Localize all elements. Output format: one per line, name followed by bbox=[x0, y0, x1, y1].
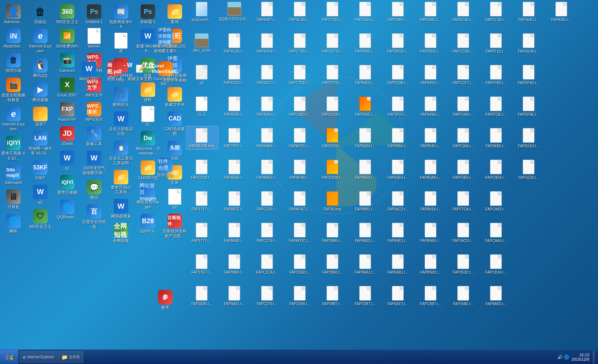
icon-fapa321[interactable]: FAPA321.t... bbox=[251, 63, 283, 86]
icon-cankao[interactable]: 参 参考 bbox=[153, 289, 178, 311]
icon-fapc7ee[interactable]: FAPC7EE.t... bbox=[283, 63, 316, 86]
icon-fapd08c[interactable]: FAPD08C.t... bbox=[414, 0, 447, 23]
icon-fap888d[interactable]: FAP888D.t... bbox=[480, 126, 512, 149]
icon-fap2e86[interactable]: FAP2E86.t... bbox=[185, 284, 218, 307]
icon-fapc119[interactable]: FAPC119.t... bbox=[251, 189, 283, 212]
icon-fapb3a8[interactable]: FAPB3A8.t... bbox=[414, 158, 447, 181]
icon-q2-word[interactable]: W q2 bbox=[28, 183, 53, 206]
icon-fapcc26[interactable]: FAPCC26.t... bbox=[480, 0, 512, 23]
icon-fap2806[interactable]: FAP2806.t... bbox=[316, 221, 349, 244]
icon-fap353d[interactable]: FAP353D.t... bbox=[447, 253, 480, 275]
icon-anli[interactable]: 📁 案例 bbox=[162, 3, 187, 26]
icon-img4204[interactable]: IMG_4204 bbox=[185, 32, 218, 54]
icon-fapc5e4[interactable]: FAPC5E4.t... bbox=[349, 0, 381, 23]
icon-wenxin[interactable]: wenxin bbox=[81, 27, 107, 50]
icon-fap83d5[interactable]: FAP83D5.t... bbox=[414, 32, 447, 54]
icon-qqbrowser[interactable]: 🌐 QQBrows... bbox=[54, 198, 80, 221]
icon-fap878d[interactable]: FAP878D.t... bbox=[480, 63, 512, 86]
icon-fap70fc[interactable]: FAP70FC.t... bbox=[218, 126, 251, 149]
icon-fapaf08[interactable]: FAPAF08.t... bbox=[283, 158, 316, 181]
icon-inode[interactable]: iN iNodeSet... bbox=[1, 27, 26, 50]
icon-fap8496[interactable]: FAP8496.t... bbox=[414, 95, 447, 118]
icon-fapcd29[interactable]: FAPCD29.t... bbox=[185, 158, 218, 181]
icon-iqiyi-video[interactable]: iQIYI 爱奇艺视频 bbox=[54, 173, 80, 196]
icon-fapa3a1[interactable]: FAPA3A1.t... bbox=[251, 95, 283, 118]
icon-fapd339[interactable]: FAPD339.t... bbox=[316, 126, 349, 149]
icon-fap6487[interactable]: FAP6487.t... bbox=[251, 0, 283, 23]
icon-123[interactable]: 12.3 bbox=[185, 95, 218, 118]
icon-fap36tmp[interactable]: FAP36.tmp bbox=[316, 189, 349, 212]
icon-ie2[interactable]: e Internet Explorer bbox=[28, 27, 53, 55]
icon-fap3f1f[interactable]: FAP3F1F.t... bbox=[381, 95, 414, 118]
icon-clean-trash[interactable]: 🗑 清理垃圾 bbox=[1, 52, 26, 74]
icon-qq-img[interactable]: QQ图片20151208... bbox=[218, 0, 251, 22]
icon-fap6604[interactable]: FAP6604.t... bbox=[349, 126, 381, 149]
start-button[interactable] bbox=[0, 350, 18, 364]
icon-fapabb2[interactable]: FAPABB2.t... bbox=[251, 158, 283, 181]
icon-fap6d85[interactable]: FAP6D85.t... bbox=[218, 95, 251, 118]
show-desktop-button[interactable] bbox=[593, 351, 595, 364]
icon-fapcb87[interactable]: FAPCB87.t... bbox=[414, 284, 447, 307]
icon-fap886d[interactable]: FAP886D.t... bbox=[480, 284, 512, 307]
icon-quanwang[interactable]: 全网知视 全网知视 bbox=[108, 222, 134, 245]
icon-fap9ca5[interactable]: FAP9CA5.t... bbox=[283, 0, 316, 23]
icon-fap6af2[interactable]: FAP6AF2.t... bbox=[381, 284, 414, 307]
icon-360-safe2[interactable]: 🛡 360安全卫士 bbox=[28, 208, 53, 230]
icon-cad[interactable]: CAD CAD迅优看图 bbox=[162, 110, 187, 138]
icon-fapaab6[interactable]: FAPAAB6.t... bbox=[251, 126, 283, 149]
icon-360wifi[interactable]: 📶 360免费WiFi bbox=[54, 27, 80, 50]
icon-fapcc68[interactable]: FAPCC68.t... bbox=[447, 32, 480, 54]
icon-fap34cd[interactable]: FAP34CD.t... bbox=[447, 221, 480, 244]
icon-fap63e4[interactable]: FAP63E4.t... bbox=[381, 158, 414, 181]
icon-fapdf4d[interactable]: FAPDF4D.t... bbox=[512, 63, 545, 86]
icon-fap85fe[interactable]: FAP85FE.t... bbox=[218, 189, 251, 212]
icon-fapd3d8[interactable]: FAPD3D8.t... bbox=[316, 158, 349, 181]
icon-fap6ca5[interactable]: FAP6CA5.t... bbox=[218, 32, 251, 54]
icon-computer[interactable]: 🖥 计算机 bbox=[1, 188, 26, 211]
icon-video-converter[interactable]: 🎬 逍遥全能视频转换器 bbox=[1, 76, 26, 104]
icon-wubiaoti[interactable]: Ps 未标题-1 bbox=[135, 3, 161, 26]
icon-recycle[interactable]: 🗑 回收站 bbox=[28, 3, 53, 26]
icon-fapf20a[interactable]: FAPF20A.t... bbox=[447, 126, 480, 149]
icon-yilei[interactable]: 伊蕾科技新能源地暖 伊蕾科技新能源地暖主要... bbox=[153, 27, 178, 55]
icon-fap364c[interactable]: FAP364C.t... bbox=[512, 0, 545, 23]
icon-fap358e[interactable]: FAP358E.t... bbox=[447, 284, 480, 307]
icon-thunder7[interactable]: ⚡ 迅雷7 bbox=[28, 105, 53, 128]
icon-fap64c2[interactable]: FAP64C2.t... bbox=[381, 189, 414, 212]
icon-p1a1[interactable]: p1a1isvnh... bbox=[185, 0, 218, 23]
taskbar-folder[interactable]: 📁 文件夹 bbox=[58, 351, 83, 363]
icon-gai[interactable]: 改 bbox=[108, 32, 134, 55]
icon-new-folder[interactable]: 📁 新建文件夹 bbox=[162, 86, 187, 109]
icon-weixin[interactable]: 💬 微信 bbox=[81, 179, 107, 201]
icon-kugou[interactable]: 🎵 酷狗音乐 bbox=[108, 86, 134, 109]
icon-fap6c3d[interactable]: FAP6C3D.t... bbox=[447, 0, 480, 23]
icon-fap9a61[interactable]: FAP9A61.t... bbox=[218, 284, 251, 307]
icon-fapc987[interactable]: FAPC987.t... bbox=[349, 284, 381, 307]
icon-fapdf9e[interactable]: FAPDF9E.t... bbox=[512, 95, 545, 118]
taskbar-ie[interactable]: e Internet Explorer bbox=[20, 351, 57, 363]
icon-fapde40[interactable]: FAPDE40.t... bbox=[512, 32, 545, 54]
icon-fapaf9c[interactable]: FAPAF9C.t... bbox=[283, 126, 316, 149]
icon-fap8a02[interactable]: FAP8A02.t... bbox=[349, 221, 381, 244]
icon-fap8455[interactable]: FAP8455.t... bbox=[414, 63, 447, 86]
icon-lan-share[interactable]: LAN 局域网一键共享 V6.10... bbox=[28, 130, 53, 157]
icon-word2007[interactable]: W Word 2007 bbox=[76, 60, 102, 83]
icon-corel[interactable]: Corel VideoStud... Corel VideoStud... bbox=[153, 60, 178, 87]
icon-fapc79d[interactable]: FAPC79D.t... bbox=[283, 32, 316, 54]
icon-150-air[interactable]: W 150平米空气源地暖空调... bbox=[81, 149, 107, 177]
icon-fapd19b[interactable]: FAPD19B.t... bbox=[381, 63, 414, 86]
icon-fap1e29[interactable]: FAP1E29.t... bbox=[512, 158, 545, 181]
icon-fapc9d4[interactable]: FAPC9D4.t... bbox=[480, 158, 512, 181]
icon-ruanjian[interactable]: 软件合理 软件合理 bbox=[153, 156, 178, 179]
icon-fap8950[interactable]: FAP8950.t... bbox=[349, 158, 381, 181]
icon-dreamweaver[interactable]: Dw Macrome... Dreamwe... bbox=[135, 130, 161, 157]
icon-untitled1[interactable]: Ps Untitled-1 bbox=[81, 3, 107, 26]
icon-fap6ab1[interactable]: FAP6AB1.t... bbox=[381, 253, 414, 275]
icon-admin[interactable]: 👤 Administ... bbox=[1, 3, 26, 26]
icon-fapca63[interactable]: FAPCA63.t... bbox=[480, 189, 512, 212]
icon-fapafdc[interactable]: FAPAFDC.t... bbox=[283, 221, 316, 244]
icon-fapcaa4[interactable]: FAPCAA4.t... bbox=[480, 221, 512, 244]
icon-flashfxp[interactable]: FXP FlashFXP bbox=[54, 101, 80, 123]
icon-fapc73d[interactable]: FAPC73D.t... bbox=[316, 0, 349, 23]
icon-b28[interactable]: B28 b28平台 bbox=[135, 212, 161, 235]
